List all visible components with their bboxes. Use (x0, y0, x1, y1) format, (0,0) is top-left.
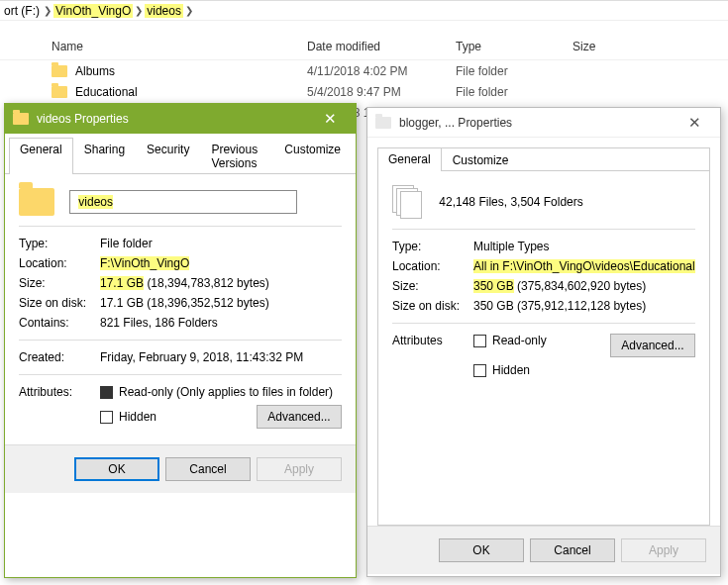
readonly-label: Read-only (492, 334, 547, 347)
chevron-right-icon: ❯ (183, 5, 195, 16)
breadcrumb[interactable]: ort (F:) ❯ VinOth_VingO ❯ videos ❯ (0, 1, 728, 21)
value-location: All in F:\VinOth_VingO\videos\Educationa… (473, 259, 695, 273)
readonly-label: Read-only (Only applies to files in fold… (119, 385, 333, 399)
tab-customize[interactable]: Customize (442, 148, 520, 171)
header-type[interactable]: Type (456, 40, 572, 53)
chevron-right-icon: ❯ (133, 5, 145, 16)
label-type: Type: (392, 240, 473, 253)
ok-button[interactable]: OK (74, 457, 159, 481)
file-stack-icon (392, 185, 424, 219)
value-size-on-disk: 17.1 GB (18,396,352,512 bytes) (100, 296, 342, 310)
label-created: Created: (19, 350, 100, 364)
close-icon[interactable]: ✕ (312, 110, 348, 128)
file-date: 4/11/2018 4:02 PM (307, 64, 456, 78)
label-attributes: Attributes: (19, 385, 100, 429)
file-type: File folder (456, 64, 572, 78)
videos-properties-dialog: videos Properties ✕ General Sharing Secu… (4, 103, 357, 578)
header-name[interactable]: Name (52, 40, 307, 53)
value-size: 17.1 GB (18,394,783,812 bytes) (100, 276, 342, 290)
folder-icon (52, 65, 67, 77)
close-icon[interactable]: ✕ (676, 114, 712, 132)
breadcrumb-part[interactable]: VinOth_VingO (53, 4, 133, 18)
label-size: Size: (392, 279, 473, 293)
tab-previous-versions[interactable]: Previous Versions (200, 138, 273, 174)
tab-sharing[interactable]: Sharing (73, 138, 136, 174)
folder-icon (52, 86, 67, 98)
label-location: Location: (392, 259, 473, 273)
ok-button[interactable]: OK (439, 538, 524, 562)
cancel-button[interactable]: Cancel (165, 457, 251, 481)
apply-button[interactable]: Apply (621, 538, 706, 562)
readonly-checkbox[interactable] (473, 335, 486, 347)
tabs: General Sharing Security Previous Versio… (5, 134, 356, 174)
chevron-right-icon: ❯ (42, 5, 53, 16)
file-type: File folder (456, 85, 572, 99)
file-count-text: 42,148 Files, 3,504 Folders (439, 195, 582, 209)
hidden-checkbox[interactable] (100, 411, 113, 424)
folder-icon (13, 113, 29, 125)
folder-icon (375, 117, 391, 129)
value-type: Multiple Types (473, 240, 695, 253)
advanced-button[interactable]: Advanced... (257, 405, 342, 429)
tab-customize[interactable]: Customize (273, 138, 352, 174)
value-size: 350 GB (375,834,602,920 bytes) (473, 279, 695, 293)
tab-general[interactable]: General (9, 138, 73, 174)
hidden-label: Hidden (492, 363, 530, 377)
value-location: F:\VinOth_VingO (100, 256, 342, 270)
hidden-label: Hidden (119, 410, 156, 424)
multiple-items-properties-dialog: blogger, ... Properties ✕ General Custom… (366, 107, 721, 577)
file-name: Albums (75, 64, 115, 78)
folder-name-input[interactable]: videos (69, 190, 297, 214)
label-size-on-disk: Size on disk: (392, 299, 473, 313)
label-type: Type: (19, 237, 100, 250)
folder-name-text: videos (78, 195, 113, 209)
dialog-title: videos Properties (37, 112, 312, 126)
tab-security[interactable]: Security (136, 138, 200, 174)
label-size-on-disk: Size on disk: (19, 296, 100, 310)
header-date[interactable]: Date modified (307, 40, 456, 53)
readonly-checkbox[interactable] (100, 386, 113, 399)
breadcrumb-part[interactable]: ort (F:) (2, 4, 42, 18)
value-created: Friday, February 9, 2018, 11:43:32 PM (100, 350, 342, 364)
dialog-title: blogger, ... Properties (399, 116, 676, 130)
list-item[interactable]: Educational 5/4/2018 9:47 PM File folder (0, 81, 728, 102)
file-name: Educational (75, 85, 138, 99)
advanced-button[interactable]: Advanced... (610, 334, 695, 357)
folder-icon (19, 188, 54, 216)
header-size[interactable]: Size (572, 40, 652, 53)
breadcrumb-part[interactable]: videos (145, 4, 183, 18)
value-size-on-disk: 350 GB (375,912,112,128 bytes) (473, 299, 695, 313)
value-type: File folder (100, 237, 342, 250)
tab-general[interactable]: General (378, 148, 442, 171)
apply-button[interactable]: Apply (257, 457, 342, 481)
label-contains: Contains: (19, 316, 100, 330)
label-location: Location: (19, 256, 100, 270)
titlebar[interactable]: blogger, ... Properties ✕ (367, 108, 720, 138)
cancel-button[interactable]: Cancel (530, 538, 615, 562)
titlebar[interactable]: videos Properties ✕ (5, 104, 356, 134)
file-date: 5/4/2018 9:47 PM (307, 85, 456, 99)
hidden-checkbox[interactable] (473, 364, 486, 377)
label-size: Size: (19, 276, 100, 290)
list-item[interactable]: Albums 4/11/2018 4:02 PM File folder (0, 60, 728, 81)
value-contains: 821 Files, 186 Folders (100, 316, 342, 330)
column-headers: Name Date modified Type Size (0, 33, 728, 60)
label-attributes: Attributes (392, 334, 473, 377)
